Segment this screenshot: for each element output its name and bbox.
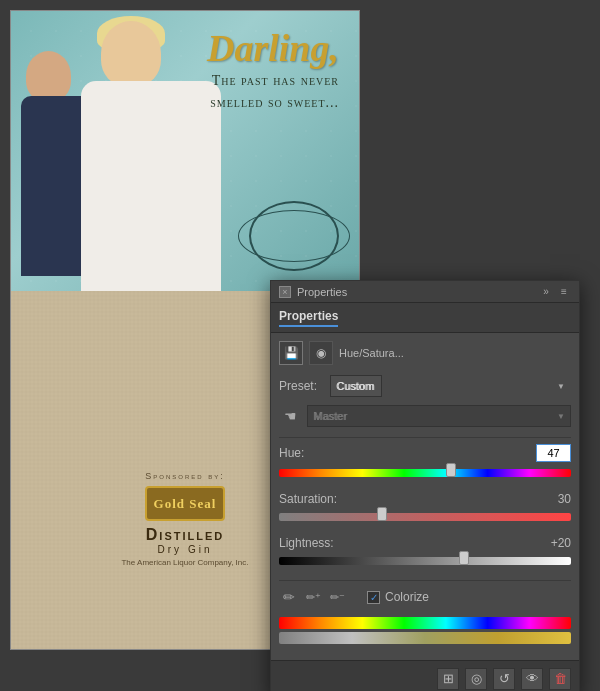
poster-subtitle-line1: The past has never — [207, 70, 339, 92]
eyedropper-icon: ✏ — [283, 589, 295, 605]
hue-value-input[interactable] — [536, 444, 571, 462]
hand-tool-icon[interactable]: ☚ — [279, 405, 301, 427]
add-layer-icon: ⊞ — [443, 671, 454, 686]
company-name: The American Liquor Company, Inc. — [121, 558, 248, 567]
layer-icons-row: 💾 ◉ Hue/Satura... — [279, 341, 571, 365]
lightness-value: +20 — [536, 536, 571, 550]
lightness-slider-row: Lightness: +20 — [279, 536, 571, 568]
lightness-thumb[interactable] — [459, 551, 469, 565]
hue-slider-header: Hue: — [279, 444, 571, 462]
saturation-label: Saturation: — [279, 492, 337, 506]
panel-title: Properties — [297, 286, 347, 298]
close-icon: × — [282, 287, 287, 297]
preset-select-wrapper: Custom Custom — [330, 375, 571, 397]
hue-slider-container — [279, 466, 571, 480]
trash-icon: 🗑 — [554, 671, 567, 686]
poster-couple — [11, 21, 231, 291]
lightness-slider-container — [279, 554, 571, 568]
panel-header-tabs: Properties — [279, 309, 338, 327]
tab-properties[interactable]: Properties — [279, 309, 338, 327]
layer-visibility-icon-box[interactable]: ◉ — [309, 341, 333, 365]
lightness-label: Lightness: — [279, 536, 334, 550]
layer-save-icon-box[interactable]: 💾 — [279, 341, 303, 365]
hue-track — [279, 469, 571, 477]
visibility-icon: ◉ — [316, 346, 326, 360]
saturation-value: 30 — [536, 492, 571, 506]
menu-icon: ≡ — [561, 286, 567, 297]
channel-select[interactable]: Master — [307, 405, 571, 427]
color-bar-row — [279, 617, 571, 644]
gin-product-line2: Dry Gin — [121, 544, 248, 555]
panel-expand-button[interactable]: » — [539, 285, 553, 299]
properties-panel: × Properties » ≡ Properties 💾 ◉ Hue/Sat — [270, 280, 580, 691]
hue-thumb[interactable] — [446, 463, 456, 477]
panel-content: 💾 ◉ Hue/Satura... Preset: Custom Custom … — [271, 333, 579, 660]
saturation-slider-header: Saturation: 30 — [279, 492, 571, 506]
panel-footer: ⊞ ◎ ↺ 👁 🗑 — [271, 660, 579, 691]
divider-1 — [279, 437, 571, 438]
poster-darling-text: Darling, — [207, 26, 339, 70]
woman-head — [101, 21, 161, 86]
color-bar-adjusted — [279, 632, 571, 644]
panel-titlebar: × Properties » ≡ — [271, 281, 579, 303]
woman-body — [81, 81, 221, 291]
preset-row: Preset: Custom Custom — [279, 375, 571, 397]
tool-icons: ✏ ✏⁺ ✏⁻ — [279, 587, 347, 607]
panel-menu-button[interactable]: ≡ — [557, 285, 571, 299]
panel-title-right: » ≡ — [539, 285, 571, 299]
hue-slider-row: Hue: — [279, 444, 571, 480]
lightness-slider-header: Lightness: +20 — [279, 536, 571, 550]
panel-close-button[interactable]: × — [279, 286, 291, 298]
layer-name-label: Hue/Satura... — [339, 347, 571, 359]
gin-text: Distilled Dry Gin The American Liquor Co… — [121, 526, 248, 567]
color-bar-rainbow — [279, 617, 571, 629]
eyedropper-tool-icon[interactable]: ✏ — [279, 587, 299, 607]
footer-reset-button[interactable]: ↺ — [493, 668, 515, 690]
hand-channel-row: ☚ Master Master — [279, 405, 571, 427]
expand-icon: » — [543, 286, 549, 297]
hue-label: Hue: — [279, 446, 304, 460]
poster-title: Darling, The past has never smelled so s… — [207, 26, 339, 115]
saturation-thumb[interactable] — [377, 507, 387, 521]
man-head — [26, 51, 71, 101]
divider-2 — [279, 580, 571, 581]
poster-ornament — [249, 201, 339, 271]
gin-product-line1: Distilled — [121, 526, 248, 544]
reset-icon: ↺ — [499, 671, 510, 686]
save-icon: 💾 — [284, 346, 299, 360]
colorize-checkbox[interactable] — [367, 591, 380, 604]
eyedropper-plus-icon: ✏⁺ — [306, 591, 321, 604]
brand-name-text: Gold Seal — [154, 496, 217, 512]
saturation-slider-row: Saturation: 30 — [279, 492, 571, 524]
saturation-slider-container — [279, 510, 571, 524]
preset-select[interactable]: Custom — [330, 375, 382, 397]
channel-select-wrapper: Master Master — [307, 405, 571, 427]
colorize-row: ✏ ✏⁺ ✏⁻ Colorize — [279, 587, 571, 607]
eyedropper-minus-icon: ✏⁻ — [330, 591, 345, 604]
poster-top: Darling, The past has never smelled so s… — [11, 11, 359, 291]
lightness-track — [279, 557, 571, 565]
hand-icon-symbol: ☚ — [284, 408, 297, 424]
footer-add-button[interactable]: ⊞ — [437, 668, 459, 690]
sponsored-by-text: Sponsored by: — [145, 471, 224, 481]
colorize-checkbox-row[interactable]: Colorize — [367, 590, 429, 604]
gold-seal-logo: Gold Seal — [145, 486, 225, 521]
target-icon: ◎ — [471, 671, 482, 686]
eye-icon: 👁 — [526, 671, 539, 686]
poster-subtitle-line2: smelled so sweet... — [207, 92, 339, 114]
brand-badge: Gold Seal — [145, 486, 225, 521]
footer-delete-button[interactable]: 🗑 — [549, 668, 571, 690]
footer-visibility-button[interactable]: 👁 — [521, 668, 543, 690]
panel-header: Properties — [271, 303, 579, 333]
eyedropper-plus-tool-icon[interactable]: ✏⁺ — [303, 587, 323, 607]
eyedropper-minus-tool-icon[interactable]: ✏⁻ — [327, 587, 347, 607]
preset-label: Preset: — [279, 379, 324, 393]
saturation-track — [279, 513, 571, 521]
colorize-label: Colorize — [385, 590, 429, 604]
footer-target-button[interactable]: ◎ — [465, 668, 487, 690]
